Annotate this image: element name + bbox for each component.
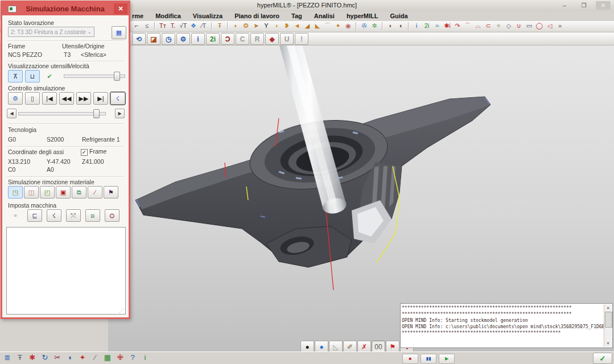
surface-3-icon[interactable]: ➤	[252, 22, 261, 30]
folder-icon[interactable]: ◪	[147, 33, 160, 45]
surface-4-icon[interactable]: ◖	[272, 22, 281, 30]
stock-copy-button[interactable]: ⧉	[72, 186, 86, 198]
progress-right-button[interactable]: ▶	[115, 109, 125, 118]
text-pencil-icon[interactable]: ∕T	[199, 22, 208, 30]
surface-10-icon[interactable]: ✦	[333, 22, 343, 30]
flag-red-icon[interactable]: ⚑	[386, 341, 399, 353]
shaded-sphere-icon[interactable]: ●	[300, 341, 314, 353]
scroll-up-icon[interactable]: ▲	[604, 304, 612, 311]
log-pause-button[interactable]: ▮▮	[421, 354, 436, 364]
confirm-button[interactable]: ✓	[593, 353, 612, 364]
machine-monitor-button[interactable]: ⧈	[85, 209, 100, 222]
star-lines-icon[interactable]: ✱	[28, 353, 37, 362]
progress-slider[interactable]	[18, 112, 106, 115]
menu-guida[interactable]: Guida	[389, 12, 409, 20]
help-icon[interactable]: ?	[128, 353, 137, 362]
text-point-icon[interactable]: T.	[168, 22, 178, 30]
info-blue-icon[interactable]: i	[412, 22, 421, 30]
sim-single-step-button[interactable]: ☇	[110, 92, 125, 105]
surface-6-icon[interactable]: ◄	[292, 22, 302, 30]
close-window-button[interactable]: ✕	[596, 1, 611, 10]
shaded-icon[interactable]: ◉	[344, 22, 353, 30]
stock-compare-button[interactable]: ◫	[24, 186, 39, 198]
progress-slider-thumb[interactable]	[93, 109, 100, 118]
pencil-line-icon[interactable]: ∕	[90, 353, 100, 362]
tool-blue-icon[interactable]: ✇	[360, 22, 369, 30]
stock-record-button[interactable]: ▣	[56, 186, 71, 198]
scroll-down-icon[interactable]: ▼	[604, 340, 612, 347]
info-2i-icon[interactable]: 2i	[422, 22, 431, 30]
surface-5-icon[interactable]: ❥	[282, 22, 291, 30]
curve-4-icon[interactable]: ⊂	[484, 22, 493, 30]
dialog-header[interactable]: Simulazione Macchina ✕	[2, 2, 129, 15]
stock-export-button[interactable]: ◰	[40, 186, 55, 198]
setsquare-icon[interactable]: ◺	[329, 341, 343, 353]
tool-red-icon[interactable]: ✙	[116, 353, 125, 362]
tool-display-holder-button[interactable]: ⊼	[8, 70, 23, 82]
zero-button[interactable]: 00	[372, 341, 385, 353]
menu-analisi[interactable]: Analisi	[313, 12, 336, 20]
arrow-left-icon[interactable]: ≤	[142, 22, 151, 30]
menu-forme-truncated[interactable]: rme	[131, 12, 145, 20]
corner-icon[interactable]: ∪	[514, 22, 524, 30]
hook-icon[interactable]: Ɔ	[221, 33, 234, 45]
wave-icon[interactable]: ≈	[432, 22, 442, 30]
rect-icon[interactable]: ▭	[525, 22, 534, 30]
speed-slider-thumb[interactable]	[114, 72, 120, 81]
u-gray-icon[interactable]: U	[280, 33, 294, 45]
log-play-button[interactable]: ▶	[439, 354, 455, 364]
sim-to-start-button[interactable]: |◀	[42, 92, 57, 105]
rotate-arrow-icon[interactable]: ↻	[40, 353, 50, 362]
machine-wrench-button[interactable]: ⤱	[66, 209, 81, 222]
message-listbox[interactable]: ⋰	[6, 227, 126, 315]
exclaim-gray-icon[interactable]: !	[295, 33, 308, 45]
stock-cube-icon[interactable]: ◆	[265, 33, 279, 45]
curve-2-icon[interactable]: ⌒	[463, 22, 472, 30]
text-curve-icon[interactable]: √T	[179, 22, 188, 30]
surface-8-icon[interactable]: ◣	[313, 22, 322, 30]
progress-left-button[interactable]: ◀	[7, 109, 17, 118]
minimize-button[interactable]: –	[557, 1, 572, 10]
menu-modifica[interactable]: Modifica	[154, 12, 182, 20]
sim-rewind-button[interactable]: ◀◀	[59, 92, 74, 105]
clock-icon[interactable]: ◷	[162, 33, 175, 45]
scroll-thumb[interactable]	[605, 312, 612, 328]
triangle-icon[interactable]: ◁	[545, 22, 554, 30]
star-red-icon[interactable]: ✦	[78, 353, 87, 362]
log-stop-button[interactable]: ■	[402, 354, 418, 364]
menu-visualizza[interactable]: Visualizza	[192, 12, 224, 20]
r-gray-icon[interactable]: R	[250, 33, 264, 45]
overflow-chevron-icon[interactable]: »	[555, 22, 564, 30]
pin-red-icon[interactable]: ✗	[357, 341, 371, 353]
job-tree-button[interactable]: ▦	[112, 26, 126, 39]
solid-1-icon[interactable]: ◗	[386, 22, 395, 30]
surface-1-icon[interactable]: ◗	[231, 22, 240, 30]
machine-remove-button[interactable]: ⛭	[105, 209, 119, 222]
tool-update-icon[interactable]: ✔	[42, 70, 57, 82]
brush-icon[interactable]: ✐	[343, 341, 357, 353]
sketch-blue-icon[interactable]: ❖	[189, 22, 198, 30]
dialog-close-button[interactable]: ✕	[114, 3, 127, 14]
resize-grip-icon[interactable]: ⋰	[119, 308, 124, 313]
sim-machine-button[interactable]: ⚙	[8, 92, 23, 105]
info-i-icon[interactable]: i	[191, 33, 205, 45]
surface-2-icon[interactable]: ❂	[241, 22, 250, 30]
globe-icon[interactable]: ●	[315, 341, 328, 353]
machine-bench-button[interactable]: ⊑	[27, 209, 42, 222]
circle-icon[interactable]: ◯	[535, 22, 544, 30]
solid-2-icon[interactable]: ◖	[396, 22, 405, 30]
checkbox-icon[interactable]: ✓	[81, 149, 88, 156]
surface-cup-icon[interactable]: Y	[262, 22, 271, 30]
reset-view-icon[interactable]: ⟲	[132, 33, 146, 45]
restore-button[interactable]: ❐	[576, 1, 591, 10]
scissors-icon[interactable]: ✂	[53, 353, 62, 362]
tree-color-icon[interactable]: ✲	[370, 22, 379, 30]
curve-5-icon[interactable]: ✧	[494, 22, 503, 30]
star-info-icon[interactable]: ✱i	[443, 22, 452, 30]
machine-link-icon[interactable]: ⚭	[8, 209, 23, 222]
sim-to-end-button[interactable]: ▶|	[93, 92, 108, 105]
tool-t-icon[interactable]: Ŧ	[215, 22, 224, 30]
gear10-icon[interactable]: ⚙	[176, 33, 190, 45]
tool-holder-icon[interactable]: Ŧ	[15, 353, 24, 362]
c-gray-icon[interactable]: C	[236, 33, 249, 45]
